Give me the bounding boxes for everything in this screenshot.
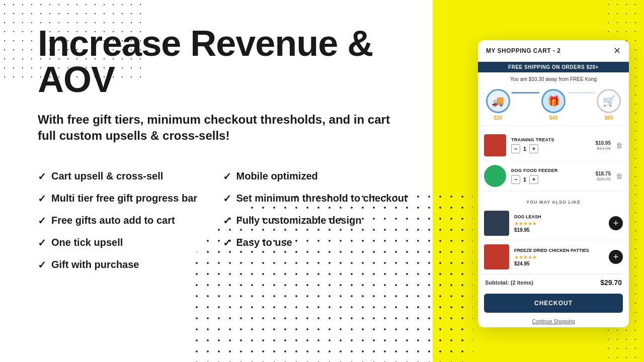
qty-minus-feeder[interactable]: − bbox=[511, 175, 520, 184]
check-icon: ✓ bbox=[223, 237, 231, 249]
qty-control-treats: − 1 + bbox=[511, 144, 590, 153]
feature-label: Gift with purchase bbox=[51, 259, 139, 270]
feature-label: Free gifts auto add to cart bbox=[51, 215, 175, 226]
feature-threshold: ✓ Set minimum threshold to checkout bbox=[223, 188, 408, 210]
check-icon: ✓ bbox=[223, 215, 231, 227]
qty-control-feeder: − 1 + bbox=[511, 175, 590, 184]
feature-label: Mobile optimized bbox=[236, 170, 318, 182]
delete-icon-treats[interactable]: 🗑 bbox=[616, 141, 623, 149]
check-icon: ✓ bbox=[38, 237, 46, 249]
feature-mobile: ✓ Mobile optimized bbox=[223, 165, 408, 188]
subtotal-row: Subtotal: (2 items) $29.70 bbox=[478, 274, 629, 291]
check-icon: ✓ bbox=[38, 193, 46, 205]
item-image-treats bbox=[484, 134, 506, 156]
cart-header: MY SHOPPING CART - 2 ✕ bbox=[478, 40, 629, 62]
feature-label: Fully customizable design bbox=[236, 215, 362, 226]
feature-free-gifts: ✓ Free gifts auto add to cart bbox=[38, 210, 223, 232]
cart-title: MY SHOPPING CART - 2 bbox=[486, 47, 560, 54]
item-prices-feeder: $18.75 $20.75 bbox=[595, 171, 611, 182]
progress-tiers: 🚚 $20 🎁 $40 🛒 $60 bbox=[478, 86, 629, 126]
tier-label-60: $60 bbox=[605, 115, 613, 121]
free-kong-message: You are $10.30 away from FREE Kong bbox=[478, 72, 629, 86]
item-price-old-treats: $11.95 bbox=[595, 146, 611, 151]
feature-easy-to-use: ✓ Easy to use bbox=[223, 232, 408, 254]
cart-item-treats: TRAINING TREATS − 1 + $10.95 $11.95 🗑 bbox=[484, 130, 623, 161]
feature-label: Multi tier free gift progress bar bbox=[51, 193, 197, 204]
qty-plus-feeder[interactable]: + bbox=[529, 175, 538, 184]
feature-label: One tick upsell bbox=[51, 237, 123, 248]
qty-value-treats: 1 bbox=[523, 146, 526, 152]
add-chicken-button[interactable]: + bbox=[609, 250, 623, 264]
stars-chicken: ★★★★★ bbox=[514, 254, 604, 260]
also-like-info-leash: DOG LEASH ★★★★★ $19.95 bbox=[514, 214, 604, 233]
item-name-treats: TRAINING TREATS bbox=[511, 137, 590, 142]
feature-label: Set minimum threshold to checkout bbox=[236, 193, 408, 204]
check-icon: ✓ bbox=[223, 170, 231, 183]
also-like-img-leash bbox=[484, 211, 509, 236]
item-price-old-feeder: $20.75 bbox=[595, 176, 611, 182]
check-icon: ✓ bbox=[38, 170, 46, 183]
tier-label-20: $20 bbox=[494, 115, 502, 121]
feature-customizable: ✓ Fully customizable design bbox=[223, 210, 408, 232]
tier-40: 🎁 $40 bbox=[539, 89, 567, 121]
feature-one-tick: ✓ One tick upsell bbox=[38, 232, 223, 254]
qty-plus-treats[interactable]: + bbox=[529, 144, 538, 153]
tier-circle-40: 🎁 bbox=[541, 89, 566, 113]
stars-leash: ★★★★★ bbox=[514, 221, 604, 226]
qty-value-feeder: 1 bbox=[523, 176, 526, 183]
tier-line-1 bbox=[512, 92, 539, 94]
cart-icon: 🛒 bbox=[603, 95, 615, 107]
tier-circle-60: 🛒 bbox=[597, 89, 621, 113]
page-title: Increase Revenue & AOV bbox=[38, 25, 408, 98]
item-price-new-feeder: $18.75 bbox=[595, 171, 611, 176]
also-like-header: YOU MAY ALSO LIKE bbox=[478, 196, 629, 207]
item-name-feeder: DOG FOOD FEEDER bbox=[511, 168, 590, 173]
continue-shopping-link[interactable]: Continue Shopping bbox=[478, 316, 629, 327]
features-grid: ✓ Cart upsell & cross-sell ✓ Multi tier … bbox=[38, 165, 408, 276]
cart-items-list: TRAINING TREATS − 1 + $10.95 $11.95 🗑 DO… bbox=[478, 126, 629, 196]
gift-icon: 🎁 bbox=[547, 95, 560, 107]
subtotal-label: Subtotal: (2 items) bbox=[485, 280, 533, 286]
close-button[interactable]: ✕ bbox=[613, 46, 621, 55]
cart-widget: MY SHOPPING CART - 2 ✕ FREE SHIPPING ON … bbox=[478, 40, 629, 327]
checkout-button[interactable]: CHECKOUT bbox=[484, 294, 623, 313]
item-image-feeder bbox=[484, 165, 506, 187]
feature-cart-upsell: ✓ Cart upsell & cross-sell bbox=[38, 165, 223, 188]
item-details-treats: TRAINING TREATS − 1 + bbox=[511, 137, 590, 153]
main-content: Increase Revenue & AOV With free gift ti… bbox=[0, 0, 438, 362]
qty-minus-treats[interactable]: − bbox=[511, 144, 520, 153]
subtotal-value: $29.70 bbox=[600, 279, 622, 287]
tier-circle-20: 🚚 bbox=[486, 89, 510, 113]
tier-label-40: $40 bbox=[549, 115, 558, 121]
free-shipping-banner: FREE SHIPPING ON ORDERS $20+ bbox=[478, 62, 629, 72]
features-right-col: ✓ Mobile optimized ✓ Set minimum thresho… bbox=[223, 165, 408, 276]
price-chicken: $24.95 bbox=[514, 261, 604, 266]
feature-label: Easy to use bbox=[236, 237, 292, 248]
price-leash: $19.95 bbox=[514, 227, 604, 233]
also-like-name-leash: DOG LEASH bbox=[514, 214, 604, 219]
feature-gift-purchase: ✓ Gift with purchase bbox=[38, 254, 223, 276]
item-price-new-treats: $10.95 bbox=[595, 140, 611, 146]
check-icon: ✓ bbox=[38, 259, 46, 271]
feature-label: Cart upsell & cross-sell bbox=[51, 170, 163, 182]
item-details-feeder: DOG FOOD FEEDER − 1 + bbox=[511, 168, 590, 184]
also-like-info-chicken: FREEZE DRIED CHICKEN PATTIES ★★★★★ $24.9… bbox=[514, 248, 604, 266]
page-subtitle: With free gift tiers, minimum checkout t… bbox=[38, 112, 408, 144]
check-icon: ✓ bbox=[223, 193, 231, 205]
check-icon: ✓ bbox=[38, 215, 46, 227]
cart-item-feeder: DOG FOOD FEEDER − 1 + $18.75 $20.75 🗑 bbox=[484, 161, 623, 192]
also-like-dog-leash: DOG LEASH ★★★★★ $19.95 + bbox=[484, 207, 623, 240]
feature-multi-tier: ✓ Multi tier free gift progress bar bbox=[38, 188, 223, 210]
tier-60: 🛒 $60 bbox=[595, 89, 623, 121]
features-left-col: ✓ Cart upsell & cross-sell ✓ Multi tier … bbox=[38, 165, 223, 276]
delete-icon-feeder[interactable]: 🗑 bbox=[616, 172, 623, 180]
add-leash-button[interactable]: + bbox=[609, 216, 623, 230]
tier-20: 🚚 $20 bbox=[484, 89, 512, 121]
tier-line-2 bbox=[568, 92, 595, 94]
item-prices-treats: $10.95 $11.95 bbox=[595, 140, 611, 151]
also-like-name-chicken: FREEZE DRIED CHICKEN PATTIES bbox=[514, 248, 604, 253]
also-like-chicken: FREEZE DRIED CHICKEN PATTIES ★★★★★ $24.9… bbox=[484, 240, 623, 274]
also-like-img-chicken bbox=[484, 244, 509, 269]
shipping-icon: 🚚 bbox=[492, 95, 504, 107]
also-like-items: DOG LEASH ★★★★★ $19.95 + FREEZE DRIED CH… bbox=[478, 207, 629, 274]
